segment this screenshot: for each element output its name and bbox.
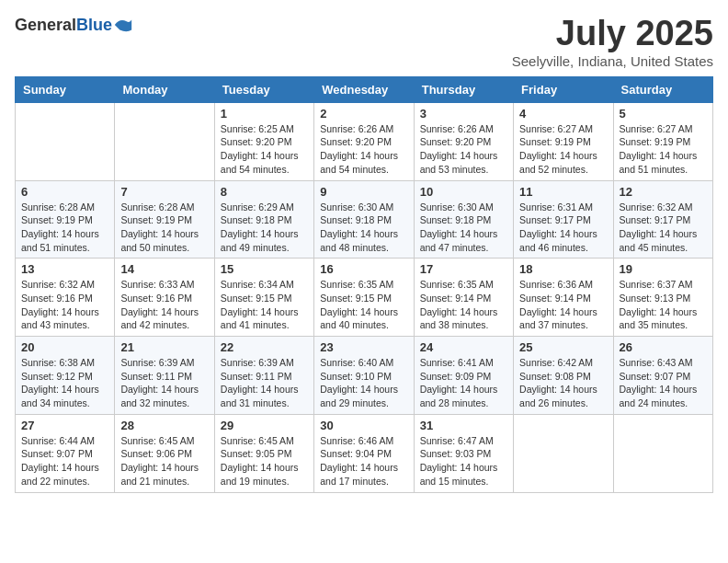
day-number: 15 <box>221 262 308 276</box>
logo-blue-text: Blue <box>76 16 112 34</box>
calendar-cell: 22Sunrise: 6:39 AMSunset: 9:11 PMDayligh… <box>214 337 313 415</box>
day-info: Sunrise: 6:37 AMSunset: 9:13 PMDaylight:… <box>620 278 707 332</box>
day-number: 5 <box>620 107 707 121</box>
day-number: 4 <box>519 107 607 121</box>
day-info: Sunrise: 6:44 AMSunset: 9:07 PMDaylight:… <box>21 434 108 488</box>
day-number: 24 <box>420 340 507 354</box>
day-number: 28 <box>120 419 208 432</box>
day-number: 9 <box>320 185 407 199</box>
calendar-cell: 4Sunrise: 6:27 AMSunset: 9:19 PMDaylight… <box>514 102 613 180</box>
calendar-cell: 16Sunrise: 6:35 AMSunset: 9:15 PMDayligh… <box>314 259 414 337</box>
day-number: 16 <box>320 262 407 276</box>
day-number: 22 <box>221 340 308 354</box>
day-number: 6 <box>21 185 108 199</box>
calendar-cell: 7Sunrise: 6:28 AMSunset: 9:19 PMDaylight… <box>115 180 214 259</box>
calendar-cell: 13Sunrise: 6:32 AMSunset: 9:16 PMDayligh… <box>16 259 115 337</box>
day-number: 29 <box>221 419 308 432</box>
calendar-cell: 19Sunrise: 6:37 AMSunset: 9:13 PMDayligh… <box>613 259 712 337</box>
day-number: 2 <box>320 107 407 121</box>
day-info: Sunrise: 6:32 AMSunset: 9:17 PMDaylight:… <box>620 201 707 255</box>
day-number: 18 <box>519 262 607 276</box>
calendar-cell <box>613 414 712 492</box>
day-info: Sunrise: 6:32 AMSunset: 9:16 PMDaylight:… <box>21 278 108 332</box>
calendar-week-row: 27Sunrise: 6:44 AMSunset: 9:07 PMDayligh… <box>16 414 713 492</box>
weekday-header-monday: Monday <box>115 76 214 102</box>
day-info: Sunrise: 6:42 AMSunset: 9:08 PMDaylight:… <box>519 356 607 410</box>
day-info: Sunrise: 6:47 AMSunset: 9:03 PMDaylight:… <box>420 434 507 488</box>
day-number: 14 <box>120 262 208 276</box>
day-info: Sunrise: 6:39 AMSunset: 9:11 PMDaylight:… <box>120 356 208 410</box>
day-info: Sunrise: 6:28 AMSunset: 9:19 PMDaylight:… <box>120 201 208 255</box>
day-info: Sunrise: 6:29 AMSunset: 9:18 PMDaylight:… <box>221 201 308 255</box>
day-info: Sunrise: 6:28 AMSunset: 9:19 PMDaylight:… <box>21 201 108 255</box>
calendar-cell: 10Sunrise: 6:30 AMSunset: 9:18 PMDayligh… <box>414 180 513 259</box>
day-info: Sunrise: 6:34 AMSunset: 9:15 PMDaylight:… <box>221 278 308 332</box>
calendar-table: SundayMondayTuesdayWednesdayThursdayFrid… <box>15 76 713 493</box>
day-info: Sunrise: 6:27 AMSunset: 9:19 PMDaylight:… <box>519 122 607 177</box>
calendar-cell: 1Sunrise: 6:25 AMSunset: 9:20 PMDaylight… <box>214 102 313 180</box>
calendar-week-row: 6Sunrise: 6:28 AMSunset: 9:19 PMDaylight… <box>16 180 713 259</box>
calendar-cell: 18Sunrise: 6:36 AMSunset: 9:14 PMDayligh… <box>514 259 613 337</box>
calendar-week-row: 20Sunrise: 6:38 AMSunset: 9:12 PMDayligh… <box>16 337 713 415</box>
weekday-header-friday: Friday <box>514 76 613 102</box>
day-info: Sunrise: 6:26 AMSunset: 9:20 PMDaylight:… <box>420 122 507 177</box>
calendar-cell: 15Sunrise: 6:34 AMSunset: 9:15 PMDayligh… <box>214 259 313 337</box>
calendar-cell: 26Sunrise: 6:43 AMSunset: 9:07 PMDayligh… <box>613 337 712 415</box>
calendar-cell: 6Sunrise: 6:28 AMSunset: 9:19 PMDaylight… <box>16 180 115 259</box>
day-info: Sunrise: 6:35 AMSunset: 9:14 PMDaylight:… <box>420 278 507 332</box>
calendar-cell: 21Sunrise: 6:39 AMSunset: 9:11 PMDayligh… <box>115 337 214 415</box>
day-number: 11 <box>519 185 607 199</box>
day-info: Sunrise: 6:36 AMSunset: 9:14 PMDaylight:… <box>519 278 607 332</box>
day-number: 12 <box>620 185 707 199</box>
day-info: Sunrise: 6:43 AMSunset: 9:07 PMDaylight:… <box>620 356 707 410</box>
day-info: Sunrise: 6:26 AMSunset: 9:20 PMDaylight:… <box>320 122 407 177</box>
calendar-cell: 8Sunrise: 6:29 AMSunset: 9:18 PMDaylight… <box>214 180 313 259</box>
day-info: Sunrise: 6:39 AMSunset: 9:11 PMDaylight:… <box>221 356 308 410</box>
logo-general-text: General <box>15 16 76 34</box>
calendar-cell: 9Sunrise: 6:30 AMSunset: 9:18 PMDaylight… <box>314 180 414 259</box>
day-info: Sunrise: 6:27 AMSunset: 9:19 PMDaylight:… <box>620 122 707 177</box>
day-info: Sunrise: 6:33 AMSunset: 9:16 PMDaylight:… <box>120 278 208 332</box>
day-number: 25 <box>519 340 607 354</box>
calendar-cell <box>115 102 214 180</box>
calendar-cell: 28Sunrise: 6:45 AMSunset: 9:06 PMDayligh… <box>115 414 214 492</box>
calendar-cell: 31Sunrise: 6:47 AMSunset: 9:03 PMDayligh… <box>414 414 513 492</box>
day-info: Sunrise: 6:30 AMSunset: 9:18 PMDaylight:… <box>320 201 407 255</box>
calendar-cell: 14Sunrise: 6:33 AMSunset: 9:16 PMDayligh… <box>115 259 214 337</box>
logo-icon <box>113 15 133 35</box>
calendar-cell <box>16 102 115 180</box>
day-number: 23 <box>320 340 407 354</box>
logo: GeneralBlue <box>15 15 133 35</box>
day-number: 27 <box>21 419 108 432</box>
day-number: 3 <box>420 107 507 121</box>
day-info: Sunrise: 6:46 AMSunset: 9:04 PMDaylight:… <box>320 434 407 488</box>
title-block: July 2025 Seelyville, Indiana, United St… <box>512 15 713 69</box>
day-number: 20 <box>21 340 108 354</box>
weekday-header-saturday: Saturday <box>613 76 712 102</box>
weekday-header-thursday: Thursday <box>414 76 513 102</box>
day-info: Sunrise: 6:25 AMSunset: 9:20 PMDaylight:… <box>221 122 308 177</box>
calendar-cell: 27Sunrise: 6:44 AMSunset: 9:07 PMDayligh… <box>16 414 115 492</box>
day-info: Sunrise: 6:38 AMSunset: 9:12 PMDaylight:… <box>21 356 108 410</box>
calendar-cell: 11Sunrise: 6:31 AMSunset: 9:17 PMDayligh… <box>514 180 613 259</box>
day-number: 26 <box>620 340 707 354</box>
month-title: July 2025 <box>512 15 713 53</box>
calendar-cell <box>514 414 613 492</box>
day-info: Sunrise: 6:41 AMSunset: 9:09 PMDaylight:… <box>420 356 507 410</box>
calendar-week-row: 1Sunrise: 6:25 AMSunset: 9:20 PMDaylight… <box>16 102 713 180</box>
day-number: 19 <box>620 262 707 276</box>
calendar-cell: 23Sunrise: 6:40 AMSunset: 9:10 PMDayligh… <box>314 337 414 415</box>
weekday-header-sunday: Sunday <box>16 76 115 102</box>
day-info: Sunrise: 6:35 AMSunset: 9:15 PMDaylight:… <box>320 278 407 332</box>
calendar-cell: 12Sunrise: 6:32 AMSunset: 9:17 PMDayligh… <box>613 180 712 259</box>
day-number: 30 <box>320 419 407 432</box>
calendar-cell: 17Sunrise: 6:35 AMSunset: 9:14 PMDayligh… <box>414 259 513 337</box>
calendar-cell: 3Sunrise: 6:26 AMSunset: 9:20 PMDaylight… <box>414 102 513 180</box>
calendar-cell: 5Sunrise: 6:27 AMSunset: 9:19 PMDaylight… <box>613 102 712 180</box>
weekday-header-tuesday: Tuesday <box>214 76 313 102</box>
calendar-cell: 25Sunrise: 6:42 AMSunset: 9:08 PMDayligh… <box>514 337 613 415</box>
day-number: 17 <box>420 262 507 276</box>
day-info: Sunrise: 6:45 AMSunset: 9:05 PMDaylight:… <box>221 434 308 488</box>
day-number: 21 <box>120 340 208 354</box>
calendar-cell: 24Sunrise: 6:41 AMSunset: 9:09 PMDayligh… <box>414 337 513 415</box>
